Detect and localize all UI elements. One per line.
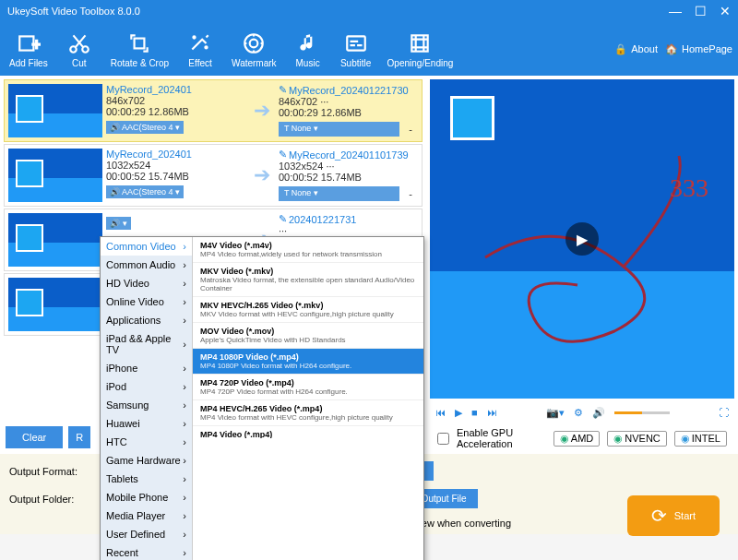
close-icon[interactable]: ✕: [720, 4, 731, 18]
volume-slider[interactable]: [614, 411, 670, 414]
category-item[interactable]: Samsung›: [101, 396, 192, 414]
file-item[interactable]: MyRecord_202401846x70200:00:29 12.86MB 🔊…: [4, 79, 423, 142]
format-option[interactable]: MP4 1080P Video (*.mp4)MP4 1080P Video f…: [193, 349, 423, 375]
subtitle-selector[interactable]: T None ▾: [279, 122, 399, 137]
audio-selector[interactable]: 🔊 AAC(Stereo 4 ▾: [106, 121, 184, 134]
thumbnail: [8, 213, 102, 267]
svg-rect-8: [347, 36, 365, 50]
next-icon[interactable]: ⏭: [487, 407, 497, 418]
thumbnail: [8, 149, 102, 202]
subtitle-selector[interactable]: T None ▾: [279, 186, 399, 201]
category-item[interactable]: iPad && Apple TV›: [101, 329, 192, 359]
category-item[interactable]: HD Video›: [101, 274, 192, 292]
category-item[interactable]: HTC›: [101, 433, 192, 451]
video-preview[interactable]: 333 ▶: [430, 79, 734, 399]
cut-icon: [66, 30, 92, 56]
settings-icon[interactable]: ⚙: [574, 407, 583, 419]
format-option[interactable]: MKV Video (*.mkv)Matroska Video format, …: [193, 263, 423, 297]
homepage-link[interactable]: 🏠HomePage: [665, 43, 732, 55]
home-icon: 🏠: [665, 43, 678, 55]
output-folder-label: Output Folder:: [9, 494, 101, 505]
play-icon[interactable]: ▶: [565, 222, 599, 256]
category-item[interactable]: User Defined›: [101, 525, 192, 543]
edit-icon[interactable]: ✎: [279, 84, 287, 96]
effect-button[interactable]: Effect: [180, 29, 220, 70]
subtitle-button[interactable]: Subtitle: [336, 29, 376, 70]
category-item[interactable]: Applications›: [101, 311, 192, 329]
category-item[interactable]: Media Player›: [101, 506, 192, 525]
prev-icon[interactable]: ⏮: [435, 407, 446, 418]
category-item[interactable]: Tablets›: [101, 470, 192, 488]
lock-icon: 🔒: [614, 43, 627, 55]
format-option[interactable]: MKV HEVC/H.265 Video (*.mkv)MKV Video fo…: [193, 297, 423, 323]
rotate-icon: [126, 30, 152, 56]
thumbnail: [8, 278, 102, 331]
svg-point-6: [245, 34, 264, 53]
about-link[interactable]: 🔒About: [614, 43, 658, 55]
music-icon: [295, 30, 321, 56]
thumbnail: [8, 84, 102, 137]
svg-point-4: [193, 36, 195, 38]
start-button[interactable]: ⟳ Start: [627, 495, 720, 536]
rotate-crop-button[interactable]: Rotate & Crop: [107, 29, 173, 70]
svg-rect-3: [135, 38, 145, 48]
minimize-icon[interactable]: —: [669, 4, 682, 18]
edit-icon[interactable]: ✎: [279, 213, 287, 225]
category-item[interactable]: Common Video›: [101, 237, 192, 256]
format-option[interactable]: MOV Video (*.mov)Apple's QuickTime Video…: [193, 323, 423, 349]
watermark-icon: [241, 30, 267, 56]
category-item[interactable]: iPod›: [101, 377, 192, 396]
category-item[interactable]: Recent›: [101, 543, 192, 560]
gpu-label: Enable GPU Acceleration: [457, 427, 539, 449]
category-item[interactable]: iPhone›: [101, 359, 192, 377]
nvenc-badge[interactable]: ◉NVENC: [607, 431, 667, 447]
arrow-icon: ➔: [245, 84, 279, 137]
format-option[interactable]: MP4 720P Video (*.mp4)MP4 720P Video for…: [193, 375, 423, 400]
effect-icon: [187, 30, 213, 56]
dropdown-options: M4V Video (*.m4v)MP4 Video format,widely…: [193, 237, 423, 438]
toolbar: Add Files Cut Rotate & Crop Effect Water…: [0, 22, 738, 76]
category-item[interactable]: Mobile Phone›: [101, 488, 192, 506]
output-format-label: Output Format:: [9, 466, 101, 477]
category-item[interactable]: Game Hardware›: [101, 451, 192, 470]
film-icon: [407, 30, 433, 56]
app-title: UkeySoft Video Toolbox 8.0.0: [7, 6, 140, 17]
format-option[interactable]: M4V Video (*.m4v)MP4 Video format,widely…: [193, 237, 423, 263]
svg-rect-9: [412, 35, 428, 51]
format-option[interactable]: MP4 Video (*.mp4)MP4 Video format with H…: [193, 426, 423, 438]
gpu-checkbox[interactable]: [437, 433, 449, 445]
format-dropdown: Common Video›Common Audio›HD Video›Onlin…: [100, 236, 424, 560]
subtitle-icon: [343, 30, 369, 56]
amd-badge[interactable]: ◉AMD: [554, 431, 600, 447]
category-item[interactable]: Common Audio›: [101, 256, 192, 274]
media-controls: ⏮ ▶ ■ ⏭ 📷▾ ⚙ 🔊 ⛶: [430, 399, 734, 426]
fullscreen-icon[interactable]: ⛶: [719, 407, 729, 418]
category-item[interactable]: Huawei›: [101, 414, 192, 433]
gpu-row: Enable GPU Acceleration ◉AMD ◉NVENC ◉INT…: [430, 426, 734, 450]
add-files-button[interactable]: Add Files: [6, 29, 52, 70]
titlebar: UkeySoft Video Toolbox 8.0.0 — ☐ ✕: [0, 0, 738, 22]
r-button[interactable]: R: [68, 426, 90, 448]
play-button-icon[interactable]: ▶: [455, 407, 462, 419]
clear-button[interactable]: Clear: [6, 426, 63, 448]
cut-button[interactable]: Cut: [59, 29, 100, 70]
snapshot-icon[interactable]: 📷▾: [546, 407, 565, 419]
intel-badge[interactable]: ◉INTEL: [674, 431, 727, 447]
opening-ending-button[interactable]: Opening/Ending: [384, 29, 458, 70]
file-item[interactable]: MyRecord_2024011032x52400:00:52 15.74MB …: [4, 144, 423, 207]
volume-icon[interactable]: 🔊: [592, 407, 605, 419]
refresh-icon: ⟳: [651, 505, 667, 527]
svg-rect-0: [19, 36, 33, 50]
format-option[interactable]: MP4 HEVC/H.265 Video (*.mp4)MP4 Video fo…: [193, 400, 423, 426]
maximize-icon[interactable]: ☐: [695, 4, 707, 18]
stop-icon[interactable]: ■: [471, 407, 478, 418]
music-button[interactable]: Music: [288, 29, 328, 70]
watermark-button[interactable]: Watermark: [228, 29, 280, 70]
dropdown-categories: Common Video›Common Audio›HD Video›Onlin…: [101, 237, 193, 560]
edit-icon[interactable]: ✎: [279, 149, 287, 161]
category-item[interactable]: Online Video›: [101, 292, 192, 311]
audio-selector[interactable]: 🔊 AAC(Stereo 4 ▾: [106, 185, 184, 198]
add-icon: [16, 30, 42, 56]
audio-selector[interactable]: 🔊 ▾: [106, 217, 131, 230]
annotation-333: 333: [670, 173, 708, 203]
